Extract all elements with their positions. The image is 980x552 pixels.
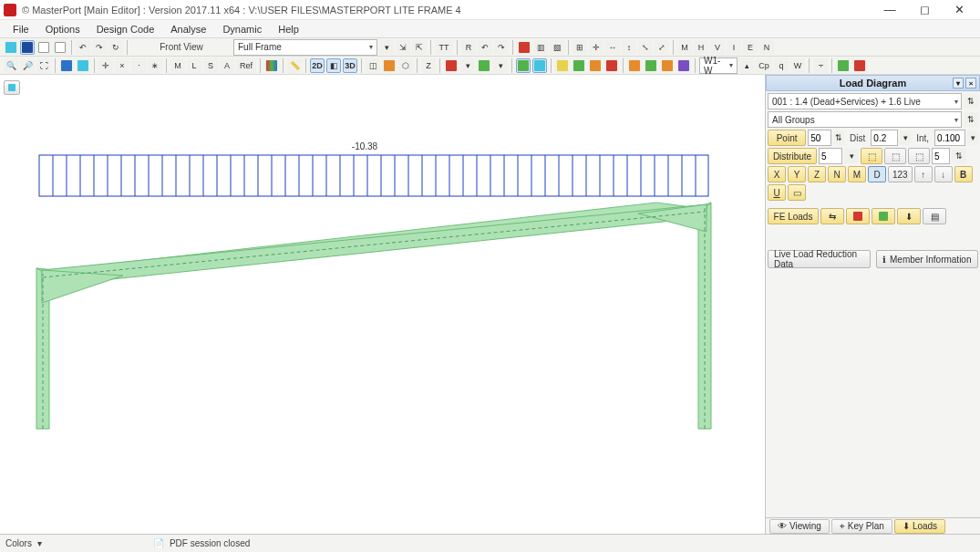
p1-icon[interactable] — [627, 58, 642, 73]
2d-icon[interactable]: 2D — [310, 58, 325, 73]
measure-icon[interactable]: 📏 — [287, 58, 302, 73]
fe-icon-1[interactable]: ⇆ — [820, 208, 844, 224]
z-label-icon[interactable]: Z — [421, 58, 436, 73]
q-label[interactable]: q — [774, 58, 789, 73]
menu-dynamic[interactable]: Dynamic — [215, 22, 269, 36]
panel-minimize-icon[interactable]: ▾ — [953, 78, 964, 89]
distribute-button[interactable]: Distribute — [768, 148, 817, 164]
r1-icon[interactable] — [604, 58, 619, 73]
layer-icon[interactable]: ▾ — [460, 58, 475, 73]
underline-icon[interactable]: U — [768, 184, 786, 201]
undo2-icon[interactable]: ↶ — [478, 40, 492, 55]
w-label[interactable]: W — [790, 58, 805, 73]
r-letter-icon[interactable]: R — [461, 40, 476, 55]
end2-icon[interactable] — [852, 58, 867, 73]
dim-icon-4[interactable]: ⤢ — [655, 40, 669, 55]
dim-icon-1[interactable]: ↔ — [605, 40, 620, 55]
sel2-icon[interactable] — [532, 58, 547, 73]
rgb-icon[interactable] — [264, 58, 279, 73]
fe-icon-2[interactable] — [846, 208, 870, 224]
end1-icon[interactable] — [836, 58, 851, 73]
green-cube-icon[interactable] — [477, 58, 491, 73]
zoom-in-icon[interactable]: 🔍 — [4, 58, 18, 73]
point-spin[interactable]: ⇅ — [833, 130, 844, 145]
close-button[interactable]: ✕ — [942, 0, 976, 20]
colors-dropdown-icon[interactable]: ▾ — [37, 538, 42, 548]
view-blue-icon[interactable] — [59, 58, 74, 73]
groups-select[interactable]: All Groups — [768, 111, 962, 128]
highlight-icon[interactable]: ▭ — [788, 184, 806, 201]
menu-options[interactable]: Options — [38, 22, 88, 36]
letter2-l[interactable]: L — [187, 58, 201, 73]
toolbar-btn-3[interactable] — [36, 40, 51, 55]
letter2-s[interactable]: S — [203, 58, 218, 73]
int-value-input[interactable] — [934, 130, 965, 146]
tree-icon[interactable]: ⫟ — [813, 58, 828, 73]
undo-icon[interactable]: ↶ — [76, 40, 90, 55]
axis-z-button[interactable]: Z — [808, 166, 826, 182]
p2-icon[interactable] — [644, 58, 658, 73]
wind-combo[interactable]: W1-W — [699, 57, 738, 74]
fe-icon-4[interactable]: ⬇ — [897, 208, 921, 224]
menu-help[interactable]: Help — [271, 22, 306, 36]
axis-y-button[interactable]: Y — [788, 166, 806, 182]
frame-select[interactable]: Full Frame — [233, 39, 377, 56]
axis-m-button[interactable]: M — [848, 166, 866, 182]
menu-design-code[interactable]: Design Code — [89, 22, 162, 36]
panel-close-icon[interactable]: × — [965, 78, 976, 89]
viewport-single-icon[interactable] — [4, 40, 18, 55]
minimize-button[interactable]: — — [872, 0, 907, 20]
red-sq-icon[interactable] — [517, 40, 531, 55]
bars-icon[interactable]: ▥ — [533, 40, 548, 55]
menu-file[interactable]: File — [5, 22, 36, 36]
p3-icon[interactable] — [660, 58, 675, 73]
point-button[interactable]: Point — [768, 130, 806, 146]
sel1-icon[interactable] — [516, 58, 531, 73]
letter-e[interactable]: E — [743, 40, 758, 55]
fe-icon-3[interactable] — [872, 208, 895, 224]
red-action-icon[interactable] — [444, 58, 459, 73]
letter-h[interactable]: H — [694, 40, 708, 55]
live-load-reduction-button[interactable]: Live Load Reduction Data — [768, 250, 871, 268]
wind-up-icon[interactable]: ▴ — [739, 58, 754, 73]
grid-icon[interactable]: ⊞ — [573, 40, 587, 55]
dist2-spin[interactable]: ⇅ — [952, 149, 966, 163]
maximize-button[interactable]: ◻ — [907, 0, 942, 20]
chart-icon[interactable]: ▧ — [550, 40, 564, 55]
fe-loads-button[interactable]: FE Loads — [768, 208, 819, 224]
dist-dd[interactable]: ▾ — [900, 130, 911, 145]
shade-icon[interactable]: ◧ — [326, 58, 341, 73]
int-dd[interactable]: ▾ — [967, 130, 978, 145]
letter2-a[interactable]: A — [220, 58, 234, 73]
letter-v[interactable]: V — [710, 40, 725, 55]
tab-key-plan[interactable]: ⌖ Key Plan — [831, 519, 892, 534]
export-icon[interactable]: ⇲ — [396, 40, 410, 55]
import-icon[interactable]: ⇱ — [412, 40, 427, 55]
dist-value-input[interactable] — [871, 130, 898, 146]
snap-icon[interactable]: ✛ — [589, 40, 603, 55]
node-x-icon[interactable]: × — [115, 58, 129, 73]
load-shape-3-icon[interactable]: ⬚ — [908, 148, 930, 164]
case-spin[interactable]: ⇅ — [964, 94, 978, 109]
node-y-icon[interactable]: ⋅ — [131, 58, 146, 73]
y1-icon[interactable] — [555, 58, 570, 73]
view-cyan-icon[interactable] — [76, 58, 90, 73]
letter2-m[interactable]: M — [170, 58, 185, 73]
toolbar-btn-frame-1[interactable]: ▾ — [379, 40, 394, 55]
colors-label[interactable]: Colors — [5, 538, 32, 548]
arrow-down-icon[interactable]: ↓ — [934, 166, 953, 182]
canvas[interactable]: -10.38 — [0, 75, 765, 534]
group-spin[interactable]: ⇅ — [964, 112, 978, 127]
letter-i[interactable]: I — [727, 40, 741, 55]
zoom-out-icon[interactable]: 🔎 — [20, 58, 35, 73]
tab-viewing[interactable]: 👁 Viewing — [769, 519, 830, 534]
fe-icon-5[interactable]: ▤ — [923, 208, 946, 224]
load-case-select[interactable]: 001 : 1.4 (Dead+Services) + 1.6 Live — [768, 93, 962, 109]
letter-m[interactable]: M — [677, 40, 692, 55]
dim-icon-2[interactable]: ↕ — [622, 40, 636, 55]
arrow-up-icon[interactable]: ↑ — [914, 166, 933, 182]
tt-icon[interactable]: TT — [435, 40, 453, 55]
toolbar-btn-4[interactable] — [53, 40, 67, 55]
3d-icon[interactable]: 3D — [343, 58, 357, 73]
o1-icon[interactable] — [588, 58, 603, 73]
